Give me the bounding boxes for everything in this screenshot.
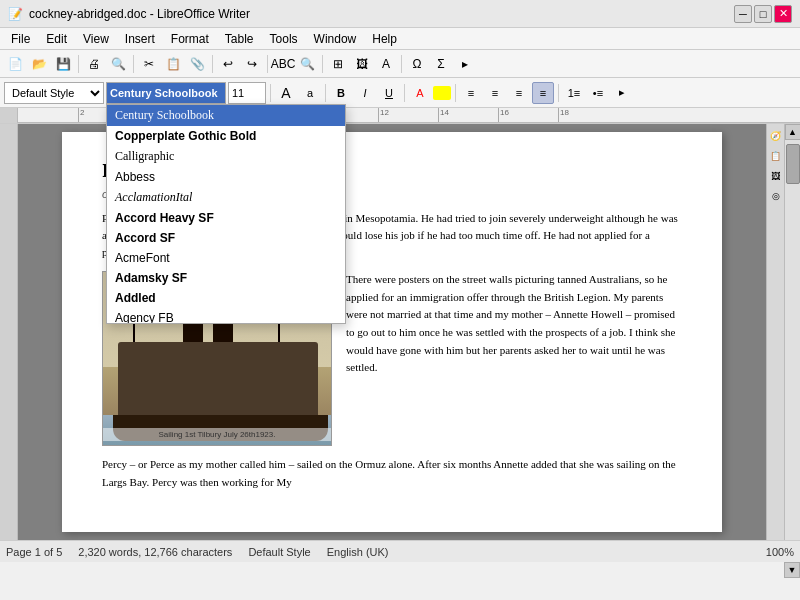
new-button[interactable]: 📄	[4, 53, 26, 75]
italic-button[interactable]: I	[354, 82, 376, 104]
minimize-button[interactable]: ─	[734, 5, 752, 23]
menu-insert[interactable]: Insert	[118, 30, 162, 48]
window-title: cockney-abridged.doc - LibreOffice Write…	[29, 7, 250, 21]
find-button[interactable]: 🔍	[296, 53, 318, 75]
font-size-input[interactable]	[228, 82, 266, 104]
font-item-agency[interactable]: Agency FB	[107, 308, 345, 324]
fontwork-button[interactable]: A	[375, 53, 397, 75]
styles-button[interactable]: 📋	[768, 148, 784, 164]
font-item-addled[interactable]: Addled	[107, 288, 345, 308]
font-item-acme[interactable]: AcmeFont	[107, 248, 345, 268]
font-item-copperplate[interactable]: Copperplate Gothic Bold	[107, 126, 345, 146]
right-tools: 🧭 📋 🖼 ◎	[766, 124, 784, 540]
insert-table-button[interactable]: ⊞	[327, 53, 349, 75]
print-preview-button[interactable]: 🔍	[107, 53, 129, 75]
formatting-toolbar: Default Style Century Schoolbook Copperp…	[0, 78, 800, 108]
page-count: Page 1 of 5	[6, 546, 62, 558]
justify-button[interactable]: ≡	[532, 82, 554, 104]
language-indicator[interactable]: English (UK)	[327, 546, 389, 558]
numbering-button[interactable]: 1≡	[563, 82, 585, 104]
underline-button[interactable]: U	[378, 82, 400, 104]
align-left-button[interactable]: ≡	[460, 82, 482, 104]
left-margin	[0, 124, 18, 540]
open-button[interactable]: 📂	[28, 53, 50, 75]
font-dropdown-container: Century Schoolbook Copperplate Gothic Bo…	[106, 82, 226, 104]
zoom-level: 100%	[766, 546, 794, 558]
fmt-sep1	[270, 84, 271, 102]
align-center-button[interactable]: ≡	[484, 82, 506, 104]
scroll-up-button[interactable]: ▲	[785, 124, 801, 140]
font-item-acclamation[interactable]: AcclamationItal	[107, 187, 345, 208]
document-bottom: Percy – or Perce as my mother called him…	[102, 456, 682, 491]
print-button[interactable]: 🖨	[83, 53, 105, 75]
menu-edit[interactable]: Edit	[39, 30, 74, 48]
font-item-abbess[interactable]: Abbess	[107, 167, 345, 187]
sep6	[401, 55, 402, 73]
sep2	[133, 55, 134, 73]
font-color-button[interactable]: A	[409, 82, 431, 104]
formula-button[interactable]: Σ	[430, 53, 452, 75]
fmt-sep4	[455, 84, 456, 102]
fmt-sep3	[404, 84, 405, 102]
bullets-button[interactable]: •≡	[587, 82, 609, 104]
menu-help[interactable]: Help	[365, 30, 404, 48]
font-list[interactable]: Century Schoolbook Copperplate Gothic Bo…	[106, 104, 346, 324]
navigator-button[interactable]: 🧭	[768, 128, 784, 144]
sep4	[267, 55, 268, 73]
highlight-button[interactable]	[433, 86, 451, 100]
align-right-button[interactable]: ≡	[508, 82, 530, 104]
menu-bar: File Edit View Insert Format Table Tools…	[0, 28, 800, 50]
menu-table[interactable]: Table	[218, 30, 261, 48]
spellcheck-button[interactable]: ABC	[272, 53, 294, 75]
increase-indent-button[interactable]: A	[275, 82, 297, 104]
font-item-century[interactable]: Century Schoolbook	[107, 105, 345, 126]
gallery-button[interactable]: 🖼	[768, 168, 784, 184]
style-indicator[interactable]: Default Style	[248, 546, 310, 558]
paste-button[interactable]: 📎	[186, 53, 208, 75]
menu-tools[interactable]: Tools	[263, 30, 305, 48]
decrease-indent-button[interactable]: a	[299, 82, 321, 104]
more-fmt-button[interactable]: ▸	[611, 82, 633, 104]
ship-caption-overlay: Sailing 1st Tilbury July 26th1923.	[103, 428, 331, 441]
cut-button[interactable]: ✂	[138, 53, 160, 75]
scroll-down-button[interactable]: ▼	[784, 562, 800, 578]
menu-format[interactable]: Format	[164, 30, 216, 48]
scroll-thumb[interactable]	[786, 144, 800, 184]
title-bar: 📝 cockney-abridged.doc - LibreOffice Wri…	[0, 0, 800, 28]
right-text-col: There were posters on the street walls p…	[346, 271, 682, 446]
menu-view[interactable]: View	[76, 30, 116, 48]
redo-button[interactable]: ↪	[241, 53, 263, 75]
ship-body	[118, 342, 318, 417]
bold-button[interactable]: B	[330, 82, 352, 104]
close-button[interactable]: ✕	[774, 5, 792, 23]
sidebar-toggle[interactable]: ◎	[768, 188, 784, 204]
sep1	[78, 55, 79, 73]
style-dropdown[interactable]: Default Style	[4, 82, 104, 104]
save-button[interactable]: 💾	[52, 53, 74, 75]
main-toolbar: 📄 📂 💾 🖨 🔍 ✂ 📋 📎 ↩ ↪ ABC 🔍 ⊞ 🖼 A Ω Σ ▸	[0, 50, 800, 78]
menu-window[interactable]: Window	[307, 30, 364, 48]
ruler-corner	[0, 108, 18, 123]
font-input[interactable]	[106, 82, 226, 104]
undo-button[interactable]: ↩	[217, 53, 239, 75]
sep5	[322, 55, 323, 73]
vertical-scrollbar[interactable]: ▲ ▼	[784, 124, 800, 540]
more-button[interactable]: ▸	[454, 53, 476, 75]
title-bar-left: 📝 cockney-abridged.doc - LibreOffice Wri…	[8, 7, 250, 21]
fmt-sep2	[325, 84, 326, 102]
special-char-button[interactable]: Ω	[406, 53, 428, 75]
insert-image-button[interactable]: 🖼	[351, 53, 373, 75]
fmt-sep5	[558, 84, 559, 102]
font-item-calligraphic[interactable]: Calligraphic	[107, 146, 345, 167]
font-item-accord-heavy[interactable]: Accord Heavy SF	[107, 208, 345, 228]
menu-file[interactable]: File	[4, 30, 37, 48]
sep3	[212, 55, 213, 73]
font-item-adamsky[interactable]: Adamsky SF	[107, 268, 345, 288]
maximize-button[interactable]: □	[754, 5, 772, 23]
word-count: 2,320 words, 12,766 characters	[78, 546, 232, 558]
status-bar: Page 1 of 5 2,320 words, 12,766 characte…	[0, 540, 800, 562]
app-icon: 📝	[8, 7, 23, 21]
title-bar-controls: ─ □ ✕	[734, 5, 792, 23]
copy-button[interactable]: 📋	[162, 53, 184, 75]
font-item-accord[interactable]: Accord SF	[107, 228, 345, 248]
